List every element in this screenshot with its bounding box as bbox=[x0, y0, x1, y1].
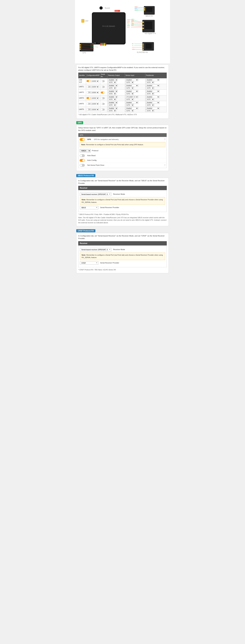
telem-select[interactable]: DisabledSmartPortLTMMAVLink bbox=[108, 84, 118, 87]
cell-id: UART5 bbox=[78, 101, 86, 106]
cell-msp: 115200576003840019200 bbox=[86, 101, 100, 106]
telem-auto[interactable]: AUTO115200 bbox=[108, 110, 116, 112]
gps-toggle[interactable] bbox=[80, 138, 85, 141]
msp-toggle[interactable] bbox=[86, 108, 90, 110]
peri-auto[interactable]: AUTO115200 bbox=[146, 87, 154, 89]
sensor-auto[interactable]: AUTO115200 bbox=[125, 110, 134, 112]
sensor-auto[interactable]: AUTO115200 bbox=[125, 98, 134, 100]
msp-toggle[interactable] bbox=[86, 97, 90, 99]
gps-item-desc: GPS for navigation and telemetry bbox=[94, 138, 119, 141]
rx-toggle[interactable] bbox=[101, 108, 105, 110]
svg-rect-11 bbox=[104, 43, 105, 46]
msp-toggle[interactable] bbox=[86, 103, 90, 105]
svg-text:VCC: VCC bbox=[132, 47, 134, 48]
telem-select[interactable]: DisabledSmartPortLTMMAVLink bbox=[108, 96, 118, 98]
crsf-mode-select[interactable]: Serial-based receiver (SPEKSAT, S PPM RX… bbox=[80, 248, 111, 251]
peri-select[interactable]: DisabledRunCam DeviceFrSky OSD bbox=[146, 96, 160, 98]
sensor-select[interactable]: DisabledGPSVTX (MSP + DLidar bbox=[125, 101, 138, 104]
home-help-icon[interactable]: ? bbox=[164, 164, 165, 167]
telem-auto[interactable]: AUTO115200 bbox=[108, 92, 116, 95]
peri-auto[interactable]: AUTO115200 bbox=[146, 104, 154, 106]
msp-speed[interactable]: 115200576003840019200 bbox=[90, 97, 99, 99]
peri-auto[interactable]: AUTO115200 bbox=[146, 81, 154, 84]
sensor-auto[interactable]: AUTO115200 bbox=[125, 81, 134, 84]
cell-peripherals: DisabledRunCam DeviceFrSky OSDAUTO115200 bbox=[145, 84, 167, 90]
auto-baud-toggle[interactable] bbox=[80, 154, 85, 157]
telem-auto[interactable]: AUTO115200 bbox=[108, 98, 116, 100]
sensor-auto[interactable]: AUTO115200 bbox=[125, 87, 134, 89]
telem-auto[interactable]: AUTO115200 bbox=[108, 87, 116, 89]
svg-rect-52 bbox=[80, 49, 81, 50]
msp-speed[interactable]: 115200576003840019200 bbox=[90, 108, 99, 111]
sbus-panel-body: Serial-based receiver (SPEKSAT, S PPM RX… bbox=[78, 190, 167, 212]
rx-toggle[interactable] bbox=[101, 80, 105, 82]
svg-text:SBUS: SBUS bbox=[127, 19, 130, 20]
telem-select[interactable]: DisabledSmartPortLTMMAVLink bbox=[108, 90, 118, 92]
msp-speed[interactable]: 115200576003840019200 bbox=[90, 80, 99, 82]
cell-id: USB VCP bbox=[78, 78, 86, 84]
msp-toggle[interactable] bbox=[86, 92, 90, 94]
telem-select[interactable]: DisabledSmartPortLTMMAVLink bbox=[108, 79, 118, 81]
crsf-mode-wrapper[interactable]: Serial-based receiver (SPEKSAT, S PPM RX… bbox=[80, 248, 111, 251]
telem-auto[interactable]: AUTO115200 bbox=[108, 104, 116, 106]
table-row: UART5115200576003840019200DisabledSmartP… bbox=[78, 101, 167, 106]
crsf-footnote: * CRSF Protocol RX: TBS Nano / ELRS Seri… bbox=[78, 268, 167, 271]
cell-msp: 115200576003840019200 bbox=[86, 106, 100, 112]
sbus-description: In Configuration tab, set "Serial-based … bbox=[78, 180, 167, 185]
home-point-toggle[interactable] bbox=[80, 164, 85, 167]
auto-config-toggle[interactable] bbox=[80, 159, 85, 162]
peri-select[interactable]: DisabledRunCam DeviceFrSky OSD bbox=[146, 101, 160, 104]
gps-help-icon[interactable]: ? bbox=[164, 138, 165, 141]
crsf-badge: CRSF Protocol RX bbox=[76, 229, 95, 232]
rx-toggle[interactable] bbox=[101, 92, 105, 94]
sbus-mode-wrapper[interactable]: Serial-based receiver (SPEKSAT, S PPM RX… bbox=[80, 192, 111, 196]
svg-rect-9 bbox=[102, 43, 102, 46]
crsf-note-text: Remember to configure a Serial Port (via… bbox=[82, 254, 163, 258]
elrs-label: ELRS/TBS RX bbox=[137, 51, 148, 53]
crsf-provider-select[interactable]: CRSF SBUS IBUS bbox=[80, 261, 98, 265]
auto-baud-label: Auto Baud bbox=[87, 154, 96, 157]
peri-select[interactable]: DisabledRunCam DeviceFrSky OSD bbox=[146, 79, 160, 81]
sensor-select[interactable]: DisabledGPSVTX (MSP + DLidar bbox=[125, 107, 138, 110]
peri-auto[interactable]: AUTO115200 bbox=[146, 98, 154, 100]
telem-select[interactable]: DisabledSmartPortLTMMAVLink bbox=[108, 101, 118, 104]
peri-select[interactable]: DisabledRunCam DeviceFrSky OSD bbox=[146, 84, 160, 87]
cell-rx bbox=[100, 78, 107, 84]
rx-toggle[interactable] bbox=[101, 86, 105, 88]
home-point-row: Set Home Point Once ? bbox=[78, 163, 167, 168]
svg-text:GND: GND bbox=[131, 20, 134, 21]
sensor-auto[interactable]: AUTO115200 bbox=[125, 92, 134, 95]
svg-text:GND: GND bbox=[92, 48, 94, 49]
msp-toggle[interactable] bbox=[86, 86, 90, 88]
telem-select[interactable]: DisabledSmartPortLTMMAVLink bbox=[108, 107, 118, 110]
sbus-provider-label: Serial Receiver Provider bbox=[100, 206, 119, 209]
protocol-select[interactable]: NMEA UBLOX bbox=[80, 149, 91, 152]
msp-speed[interactable]: 115200576003840019200 bbox=[90, 86, 99, 88]
svg-rect-26 bbox=[145, 22, 152, 29]
cell-id: UART4 bbox=[78, 95, 86, 101]
sensor-auto[interactable]: AUTO115200 bbox=[125, 104, 134, 106]
peri-auto[interactable]: AUTO115200 bbox=[146, 92, 154, 95]
auto-baud-row: Auto Baud bbox=[78, 153, 167, 158]
sbus-provider-wrapper[interactable]: SBUS IBUS XBUS bbox=[80, 206, 98, 209]
sensor-select[interactable]: DisabledGPSVTX (MSP + DLidar bbox=[125, 84, 138, 87]
crsf-receiver-mode-row: Serial-based receiver (SPEKSAT, S PPM RX… bbox=[80, 248, 165, 251]
telem-auto[interactable]: AUTO115200 bbox=[108, 81, 116, 84]
msp-speed[interactable]: 115200576003840019200 bbox=[90, 102, 99, 105]
sensor-select[interactable]: DisabledGPSVTX (MSP + DLidar bbox=[125, 96, 138, 98]
peri-auto[interactable]: AUTO115200 bbox=[146, 110, 154, 112]
sensor-select[interactable]: DisabledGPSVTX (MSP + DLidar bbox=[125, 79, 138, 81]
cell-id: UART3 bbox=[78, 90, 86, 95]
sbus-provider-select[interactable]: SBUS IBUS XBUS bbox=[80, 206, 98, 209]
crsf-provider-wrapper[interactable]: CRSF SBUS IBUS bbox=[80, 261, 98, 265]
msp-speed[interactable]: 115200576003840019200 bbox=[90, 91, 99, 94]
peri-select[interactable]: DisabledRunCam DeviceFrSky OSD bbox=[146, 90, 160, 92]
sbus-note: Note: Remember to configure a Serial Por… bbox=[80, 197, 165, 205]
rx-toggle[interactable] bbox=[101, 103, 105, 105]
sensor-select[interactable]: DisabledGPSVTX (MSP + DLidar bbox=[125, 90, 138, 92]
peri-select[interactable]: DisabledRunCam DeviceFrSky OSD bbox=[146, 107, 160, 110]
rx-toggle[interactable] bbox=[101, 97, 105, 99]
msp-toggle[interactable] bbox=[86, 80, 90, 82]
sbus-mode-select[interactable]: Serial-based receiver (SPEKSAT, S PPM RX… bbox=[80, 192, 111, 196]
cell-telemetry: DisabledSmartPortLTMMAVLinkAUTO115200 bbox=[107, 106, 125, 112]
